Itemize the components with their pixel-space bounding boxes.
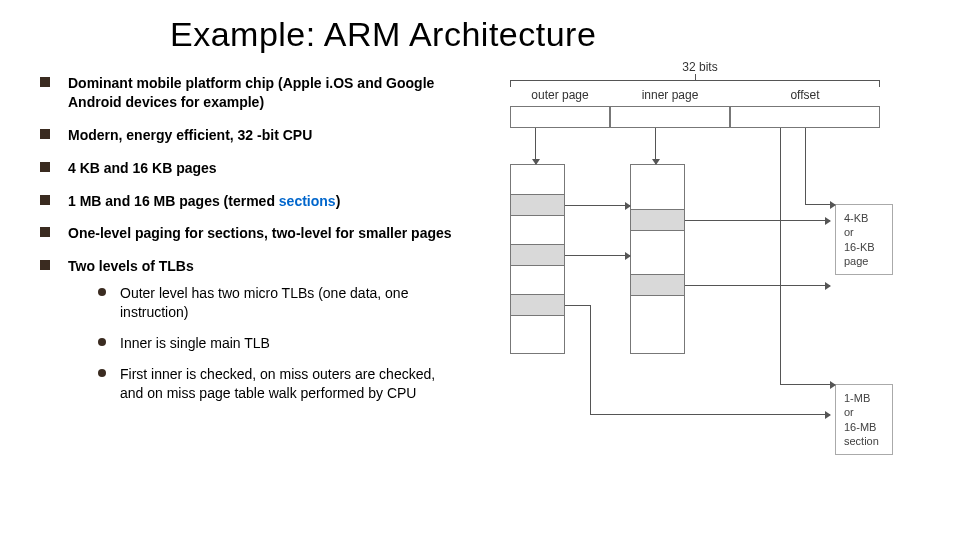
section-annotation: 1-MB or 16-MB section [835,384,893,455]
offset-to-page-arrow [805,204,835,205]
offset-vline [805,128,806,204]
sub-bullet-text: First inner is checked, on miss outers a… [120,366,435,401]
main-bullets: Dominant mobile platform chip (Apple i.O… [40,74,460,403]
inner-to-page-arrow [685,285,830,286]
sub-bullet-item: Inner is single main TLB [98,334,460,353]
bullet-text-pre: 1 MB and 16 MB pages (termed [68,193,279,209]
arm-paging-diagram: 32 bits outer page inner page offset [480,74,920,494]
slide-title: Example: ARM Architecture [170,15,920,54]
slide: Example: ARM Architecture Dominant mobil… [0,0,960,540]
outer-entry [510,294,565,316]
outer-entry [510,244,565,266]
bits-bracket [510,80,880,81]
section-vline [590,305,591,415]
sub-bullet-text: Inner is single main TLB [120,335,270,351]
outer-index-line [535,128,536,164]
bullet-item: Two levels of TLBs Outer level has two m… [40,257,460,402]
content-row: Dominant mobile platform chip (Apple i.O… [40,74,920,494]
offset-vline2 [780,128,781,384]
sub-bullet-text: Outer level has two micro TLBs (one data… [120,285,408,320]
sub-bullet-item: Outer level has two micro TLBs (one data… [98,284,460,322]
bullet-text: Dominant mobile platform chip (Apple i.O… [68,75,434,110]
addr-offset-field [730,106,880,128]
inner-table [630,164,685,354]
inner-index-line [655,128,656,164]
section-arrow [590,414,830,415]
addr-inner-field [610,106,730,128]
bits-label: 32 bits [675,60,725,74]
outer-to-inner-arrow [565,255,630,256]
sub-bullet-item: First inner is checked, on miss outers a… [98,365,460,403]
bullet-item: One-level paging for sections, two-level… [40,224,460,243]
bullet-text: Two levels of TLBs [68,258,194,274]
bullet-text: One-level paging for sections, two-level… [68,225,452,241]
bullet-text-post: ) [336,193,341,209]
bullet-item: 1 MB and 16 MB pages (termed sections) [40,192,460,211]
section-annotation-text: 1-MB or 16-MB section [844,392,879,447]
outer-page-label: outer page [500,88,620,102]
page-annotation: 4-KB or 16-KB page [835,204,893,275]
outer-to-inner-arrow [565,205,630,206]
bullet-item: 4 KB and 16 KB pages [40,159,460,178]
inner-page-label: inner page [610,88,730,102]
bullet-highlight: sections [279,193,336,209]
bullet-item: Modern, energy efficient, 32 -bit CPU [40,126,460,145]
outer-entry [510,194,565,216]
inner-entry [630,209,685,231]
offset-label: offset [760,88,850,102]
offset-to-section-arrow [780,384,835,385]
bullet-text: 4 KB and 16 KB pages [68,160,217,176]
page-annotation-text: 4-KB or 16-KB page [844,212,875,267]
bracket-stem [695,74,696,80]
inner-to-page-arrow [685,220,830,221]
sub-bullets: Outer level has two micro TLBs (one data… [98,284,460,402]
bullet-column: Dominant mobile platform chip (Apple i.O… [40,74,460,494]
addr-outer-field [510,106,610,128]
section-h-from-outer [565,305,590,306]
bullet-item: Dominant mobile platform chip (Apple i.O… [40,74,460,112]
bullet-text: Modern, energy efficient, 32 -bit CPU [68,127,312,143]
inner-entry [630,274,685,296]
